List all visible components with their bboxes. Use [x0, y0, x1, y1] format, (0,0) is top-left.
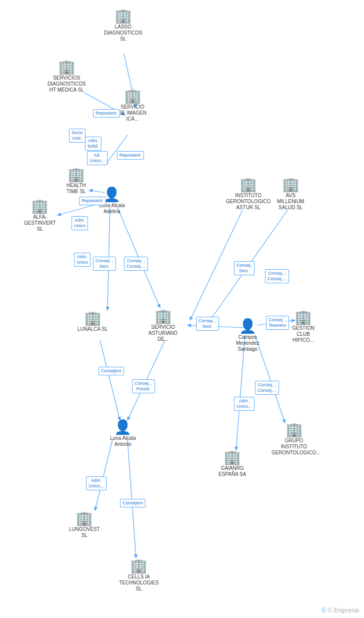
- badge-adm-unico-3[interactable]: Adm.Unico,..: [234, 397, 254, 411]
- label-grupo-instituto: GRUPO INSTITUTO GERONTOLOGICO...: [272, 438, 316, 456]
- building-icon-alfa-gestinvert: 🏢: [31, 199, 48, 213]
- label-lungovest: LUNGOVEST SL: [69, 526, 100, 538]
- building-icon-servicio-imagen: 🏢: [124, 89, 142, 103]
- building-icon-instituto-gerontologico: 🏢: [240, 178, 257, 192]
- badge-represent-2[interactable]: Represent.: [117, 151, 144, 160]
- badge-adm-unico-1[interactable]: Adm.Unico: [72, 216, 88, 230]
- node-gestion-club: 🏢 GESTION CLUB HIPICO...: [292, 310, 314, 343]
- node-servicio-imagen: 🏢 SERVICIO DE IMAGEN ICA...: [118, 89, 146, 122]
- badge-ad-unico[interactable]: Ad.Unico,..: [87, 151, 108, 165]
- label-lunalca: LUNALCA SL: [78, 326, 108, 332]
- svg-line-12: [236, 335, 245, 450]
- label-campos-menendez: Campos Menendez Santiago: [236, 334, 260, 352]
- node-lungovest: 🏢 LUNGOVEST SL: [69, 511, 100, 538]
- node-avs-millenium: 🏢 AVS MILLENIUM SALUD SL: [277, 178, 304, 211]
- badge-consej-tesorero[interactable]: Consej. ,Tesorero: [266, 316, 289, 330]
- badge-consejero-2[interactable]: Consejero: [120, 499, 146, 507]
- label-servicio-asturiano: SERVICIO ASTURIANO DE...: [148, 324, 178, 342]
- watermark: © © Empresia: [322, 607, 359, 614]
- label-alfa-gestinvert: ALFA- GESTINVERT SL: [24, 214, 56, 232]
- label-lasso: LASSO DIAGNOSTICOS SL: [104, 24, 142, 42]
- building-icon-cells-ia: 🏢: [130, 559, 148, 573]
- building-icon-lunalca: 🏢: [84, 311, 102, 325]
- watermark-text: © Empresia: [328, 607, 359, 614]
- node-instituto-gerontologico: 🏢 INSTITUTO GERONTOLOGICO ASTUR SL: [226, 178, 270, 211]
- svg-line-11: [255, 335, 285, 423]
- building-icon-avs-millenium: 🏢: [282, 178, 300, 192]
- building-icon-lasso: 🏢: [114, 9, 132, 23]
- label-avs-millenium: AVS MILLENIUM SALUD SL: [277, 193, 304, 211]
- building-icon-lungovest: 🏢: [76, 511, 93, 525]
- node-servicios-diag: 🏢 SERVICIOS DIAGNOSTICOS HT MEDICA SL: [48, 60, 86, 93]
- badge-represent-3[interactable]: Represent.: [79, 197, 106, 205]
- label-servicio-imagen: SERVICIO DE IMAGEN ICA...: [118, 104, 146, 122]
- badge-adm-solid[interactable]: Adm.Solid.: [85, 137, 102, 151]
- diagram-container: 🏢 LASSO DIAGNOSTICOS SL 🏢 SERVICIOS DIAG…: [0, 0, 364, 618]
- person-icon-campos-menendez: 👤: [239, 319, 256, 333]
- badge-consejero-1[interactable]: Consejero: [98, 367, 124, 375]
- badge-represent-1[interactable]: Represent.: [93, 109, 120, 118]
- label-gestion-club: GESTION CLUB HIPICO...: [292, 325, 314, 343]
- badge-socio-unico[interactable]: SocioUnic.: [69, 129, 86, 143]
- building-icon-gaianrg: 🏢: [224, 450, 241, 464]
- badge-consej-secr-2[interactable]: Consej.Secr.: [234, 261, 254, 275]
- node-cells-ia: 🏢 CELLS IA TECHNOLOGIES SL: [119, 559, 158, 592]
- node-health-time: 🏢 HEALTH TIME SL: [66, 168, 86, 195]
- svg-line-15: [95, 439, 112, 510]
- node-luna-antonio: 👤 Luna Alcala Antonio: [110, 420, 136, 447]
- badge-consej-secr-3[interactable]: Consej. ,Secr.: [196, 317, 219, 331]
- node-lasso: 🏢 LASSO DIAGNOSTICOS SL: [104, 9, 142, 42]
- node-grupo-instituto: 🏢 GRUPO INSTITUTO GERONTOLOGICO...: [272, 423, 316, 456]
- badge-consej-consej-2[interactable]: Consej. ,Consej....: [265, 269, 289, 283]
- badge-adm-unico-4[interactable]: Adm.Unico,..: [86, 476, 106, 490]
- label-instituto-gerontologico: INSTITUTO GERONTOLOGICO ASTUR SL: [226, 193, 270, 211]
- label-gaianrg: GAIANRG ESPAÑA SA: [218, 465, 246, 477]
- badge-consej-presid[interactable]: Consej. ,Presid.: [132, 379, 155, 393]
- badge-consej-consej-3[interactable]: Consej. ,Consej....: [255, 381, 279, 395]
- badge-adm-unico-2[interactable]: Adm.Unico: [74, 253, 90, 267]
- building-icon-servicios-diag: 🏢: [58, 60, 76, 74]
- svg-line-2: [105, 135, 128, 165]
- watermark-copy: ©: [322, 607, 326, 614]
- building-icon-grupo-instituto: 🏢: [286, 423, 303, 437]
- person-icon-luna-antonio: 👤: [114, 420, 132, 434]
- node-campos-menendez: 👤 Campos Menendez Santiago: [236, 319, 260, 352]
- node-lunalca: 🏢 LUNALCA SL: [78, 311, 108, 332]
- node-alfa-gestinvert: 🏢 ALFA- GESTINVERT SL: [24, 199, 56, 232]
- label-cells-ia: CELLS IA TECHNOLOGIES SL: [119, 574, 158, 592]
- node-gaianrg: 🏢 GAIANRG ESPAÑA SA: [218, 450, 246, 477]
- label-health-time: HEALTH TIME SL: [66, 183, 86, 195]
- node-servicio-asturiano: 🏢 SERVICIO ASTURIANO DE...: [148, 309, 178, 342]
- badge-consej-consej-1[interactable]: Consej. ,Consej....: [124, 257, 148, 271]
- badge-consej-secr-1[interactable]: Consej. ,Secr.: [93, 257, 116, 271]
- svg-line-14: [100, 340, 120, 420]
- label-servicios-diag: SERVICIOS DIAGNOSTICOS HT MEDICA SL: [48, 75, 86, 93]
- label-luna-antonio: Luna Alcala Antonio: [110, 435, 136, 447]
- building-icon-health-time: 🏢: [68, 168, 85, 182]
- building-icon-servicio-asturiano: 🏢: [154, 309, 172, 323]
- building-icon-gestion-club: 🏢: [294, 310, 312, 324]
